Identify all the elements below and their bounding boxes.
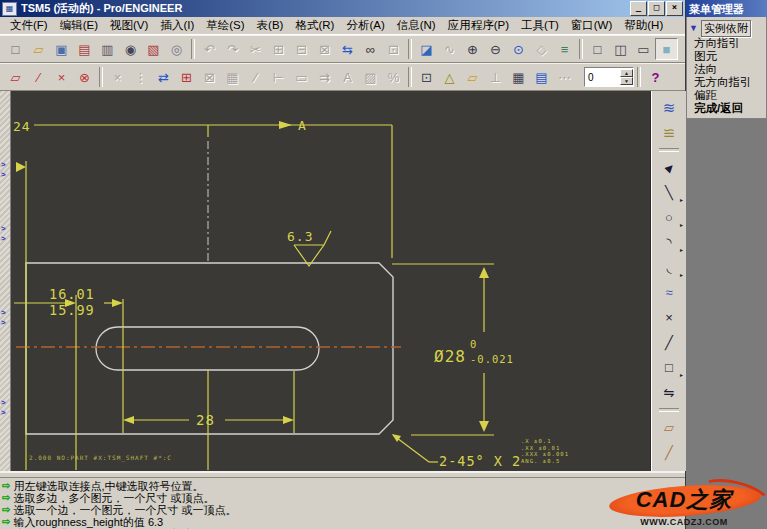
menu-item[interactable]: 格式(R)	[289, 17, 340, 34]
shaded-icon[interactable]: ■	[655, 38, 678, 60]
slot-outline[interactable]	[96, 327, 319, 370]
copy-icon[interactable]: ⊞	[267, 38, 290, 60]
display-options-icon[interactable]: ⋯	[553, 66, 576, 88]
dim-tool-1-icon[interactable]: ▱	[4, 66, 27, 88]
menu-manager-title[interactable]: 菜单管理器	[686, 0, 767, 17]
menu-item[interactable]: 帮助(H)	[618, 17, 669, 34]
table-update-icon[interactable]: ▤	[530, 66, 553, 88]
refit-icon[interactable]: ⊙	[507, 38, 530, 60]
paste-special-icon[interactable]: ⊠	[313, 38, 336, 60]
fillet-tool-icon[interactable]: ◟▸	[656, 255, 682, 280]
toggle-construction-icon[interactable]: ⋮	[129, 66, 152, 88]
drawing-canvas[interactable]: A 24 16.01 15.99	[11, 91, 651, 471]
menu-item[interactable]: 视图(V)	[104, 17, 154, 34]
flyout-arrow-icon[interactable]: ▸	[680, 197, 683, 203]
sheet-setup-icon[interactable]: ⊡	[415, 66, 438, 88]
menu-item[interactable]: 分析(A)	[340, 17, 390, 34]
flyout-arrow-icon[interactable]: ▸	[680, 222, 683, 228]
construction-line-tool-icon[interactable]: ╱	[656, 440, 682, 465]
spline-tool-icon[interactable]: ≈	[656, 280, 682, 305]
context-help-icon[interactable]: ?	[644, 66, 667, 88]
sketcher-display-icon[interactable]: ≋	[656, 95, 682, 120]
hidden-line-icon[interactable]: ◫	[609, 38, 632, 60]
dia-tol-upper[interactable]: 0	[470, 338, 477, 350]
pattern-icon[interactable]: ⇉	[313, 66, 336, 88]
modify-line-icon[interactable]: ∕	[244, 66, 267, 88]
dim-display-icon[interactable]: ≌	[656, 120, 682, 145]
line-tool-icon[interactable]: ╲▸	[656, 180, 682, 205]
switch-dimensions-icon[interactable]: ⇄	[152, 66, 175, 88]
spinner-up-icon[interactable]: ▲	[620, 69, 633, 77]
arc-tool-icon[interactable]: ◝▸	[656, 230, 682, 255]
menu-item[interactable]: 插入(I)	[154, 17, 200, 34]
scale-percent-icon[interactable]: %	[382, 66, 405, 88]
move-entity-icon[interactable]: ⊞	[175, 66, 198, 88]
maximize-button[interactable]: □	[648, 1, 665, 16]
menu-item[interactable]: 工具(T)	[515, 17, 565, 34]
menu-manager-item[interactable]: 偏距	[687, 89, 766, 102]
zoom-in-icon[interactable]: ⊕	[461, 38, 484, 60]
dim-tool-2-icon[interactable]: ∕	[27, 66, 50, 88]
relation-table-icon[interactable]: ▦	[221, 66, 244, 88]
slot-length-label[interactable]: 28	[196, 412, 215, 428]
menu-item[interactable]: 文件(F)	[4, 17, 54, 34]
print-preview-icon[interactable]: ▤	[73, 38, 96, 60]
spinner-down-icon[interactable]: ▼	[620, 77, 633, 85]
node-box-icon[interactable]: ▭	[290, 66, 313, 88]
flyout-arrow-icon[interactable]: ▸	[680, 272, 683, 278]
select-arrow-icon[interactable]: ►	[656, 155, 682, 180]
no-hidden-icon[interactable]: ▭	[632, 38, 655, 60]
collapse-triangle-icon[interactable]: ▼	[689, 23, 698, 33]
view-warning-icon[interactable]: △	[438, 66, 461, 88]
slot-width-upper[interactable]: 16.01	[49, 286, 95, 302]
left-sash[interactable]: >>>>>>>>	[0, 91, 11, 471]
roughness-value[interactable]: 6.3	[287, 229, 313, 244]
point-tool-icon[interactable]: ×	[656, 305, 682, 330]
lock-icon[interactable]: ⊠	[198, 66, 221, 88]
new-file-icon[interactable]: □	[4, 38, 27, 60]
menu-item[interactable]: 应用程序(P)	[442, 17, 515, 34]
paste-icon[interactable]: ⊟	[290, 38, 313, 60]
menu-manager-item[interactable]: 完成/返回	[687, 102, 766, 115]
dia-label[interactable]: Ø28	[434, 347, 466, 366]
menu-item[interactable]: 草绘(S)	[200, 17, 250, 34]
chamfer-note[interactable]: 2-45° X 2	[439, 453, 521, 469]
menu-item[interactable]: 表(B)	[251, 17, 290, 34]
menu-manager-item[interactable]: 图元	[687, 50, 766, 63]
menu-item[interactable]: 编辑(E)	[54, 17, 104, 34]
flyout-arrow-icon[interactable]: ▸	[680, 372, 683, 378]
flyout-arrow-icon[interactable]: ▸	[680, 247, 683, 253]
export-model-icon[interactable]: ◉	[119, 38, 142, 60]
circle-tool-icon[interactable]: ○▸	[656, 205, 682, 230]
hatch-icon[interactable]: ▨	[359, 66, 382, 88]
menu-manager-item[interactable]: 法向	[687, 63, 766, 76]
menu-manager-item[interactable]: 无方向指引	[687, 76, 766, 89]
text-style-icon[interactable]: A	[336, 66, 359, 88]
mirror-tool-icon[interactable]: ⇋	[656, 380, 682, 405]
convert-icon[interactable]: ▧	[142, 38, 165, 60]
dim-tool-3-icon[interactable]: ×	[50, 66, 73, 88]
value-spinner[interactable]: 0 ▲ ▼	[584, 67, 634, 87]
select-region-icon[interactable]: ⊡	[382, 38, 405, 60]
datum-label[interactable]: A	[298, 118, 307, 133]
zoom-out-icon[interactable]: ⊖	[484, 38, 507, 60]
redo-icon[interactable]: ↷	[221, 38, 244, 60]
cut-icon[interactable]: ✂	[244, 38, 267, 60]
folder-warning-icon[interactable]: ▱	[461, 66, 484, 88]
table-create-icon[interactable]: ▦	[507, 66, 530, 88]
align-icon[interactable]: ⊢	[267, 66, 290, 88]
repaint-icon[interactable]: ◪	[415, 38, 438, 60]
find-icon[interactable]: ∞	[359, 38, 382, 60]
message-sash[interactable]	[0, 471, 685, 478]
close-button[interactable]: ×	[666, 1, 683, 16]
mail-icon[interactable]: ◎	[165, 38, 188, 60]
undo-icon[interactable]: ↶	[198, 38, 221, 60]
spin-center-icon[interactable]: ∿	[438, 38, 461, 60]
dim-24-label[interactable]: 24	[13, 119, 31, 134]
open-folder-icon[interactable]: ▱	[27, 38, 50, 60]
save-icon[interactable]: ▣	[50, 38, 73, 60]
menu-manager-item[interactable]: 方向指引	[687, 37, 766, 50]
stamp-icon[interactable]: ⊥	[484, 66, 507, 88]
wireframe-icon[interactable]: □	[586, 38, 609, 60]
menu-manager-group[interactable]: ▼ 实例依附	[687, 19, 766, 37]
